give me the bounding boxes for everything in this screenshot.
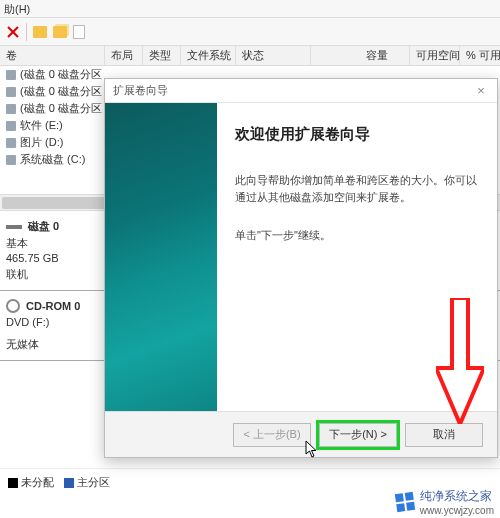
volume-label: (磁盘 0 磁盘分区 bbox=[20, 67, 102, 82]
toolbar bbox=[0, 18, 500, 46]
mouse-cursor-icon bbox=[305, 440, 319, 458]
next-button[interactable]: 下一步(N) > bbox=[319, 423, 397, 447]
dialog-title: 扩展卷向导 bbox=[113, 83, 168, 98]
legend-swatch-unallocated bbox=[8, 478, 18, 488]
watermark: 纯净系统之家 www.ycwjzy.com bbox=[396, 488, 494, 516]
wizard-side-graphic bbox=[105, 103, 217, 411]
legend-unallocated: 未分配 bbox=[21, 476, 54, 488]
col-percent[interactable]: % 可用 bbox=[460, 46, 500, 65]
menubar: 助(H) bbox=[0, 0, 500, 18]
dvd-icon bbox=[6, 299, 20, 313]
disk-icon bbox=[6, 225, 22, 229]
volume-icon bbox=[6, 104, 16, 114]
col-layout[interactable]: 布局 bbox=[105, 46, 143, 65]
col-capacity[interactable]: 容量 bbox=[360, 46, 410, 65]
delete-icon[interactable] bbox=[6, 25, 20, 39]
disk-title: CD-ROM 0 bbox=[26, 300, 80, 312]
col-status[interactable]: 状态 bbox=[236, 46, 311, 65]
wizard-heading: 欢迎使用扩展卷向导 bbox=[235, 125, 479, 144]
annotation-arrow-icon bbox=[436, 298, 484, 424]
toolbar-separator bbox=[26, 23, 27, 41]
dialog-titlebar[interactable]: 扩展卷向导 × bbox=[105, 79, 497, 103]
properties-icon[interactable] bbox=[73, 25, 85, 39]
wizard-instruction: 单击"下一步"继续。 bbox=[235, 227, 479, 244]
volume-label: 软件 (E:) bbox=[20, 118, 63, 133]
volume-label: 系统磁盘 (C:) bbox=[20, 152, 85, 167]
col-filesystem[interactable]: 文件系统 bbox=[181, 46, 236, 65]
folder-open-icon[interactable] bbox=[53, 26, 67, 38]
col-type[interactable]: 类型 bbox=[143, 46, 181, 65]
legend-swatch-primary bbox=[64, 478, 74, 488]
cancel-button[interactable]: 取消 bbox=[405, 423, 483, 447]
watermark-logo-icon bbox=[395, 492, 415, 512]
volume-icon bbox=[6, 70, 16, 80]
volume-label: 图片 (D:) bbox=[20, 135, 63, 150]
back-button: < 上一步(B) bbox=[233, 423, 311, 447]
menu-help[interactable]: 助(H) bbox=[4, 3, 30, 15]
volume-label: (磁盘 0 磁盘分区 bbox=[20, 101, 102, 116]
col-free[interactable]: 可用空间 bbox=[410, 46, 460, 65]
volume-label: (磁盘 0 磁盘分区 bbox=[20, 84, 102, 99]
volume-list-header: 卷 布局 类型 文件系统 状态 容量 可用空间 % 可用 bbox=[0, 46, 500, 66]
close-icon[interactable]: × bbox=[473, 83, 489, 99]
volume-icon bbox=[6, 121, 16, 131]
legend-primary: 主分区 bbox=[77, 476, 110, 488]
watermark-name: 纯净系统之家 bbox=[420, 488, 494, 505]
col-volume[interactable]: 卷 bbox=[0, 46, 105, 65]
folder-icon[interactable] bbox=[33, 26, 47, 38]
watermark-url: www.ycwjzy.com bbox=[420, 505, 494, 516]
volume-icon bbox=[6, 138, 16, 148]
volume-icon bbox=[6, 87, 16, 97]
volume-icon bbox=[6, 155, 16, 165]
wizard-description: 此向导帮助你增加简单卷和跨区卷的大小。你可以通过从其他磁盘添加空间来扩展卷。 bbox=[235, 172, 479, 205]
disk-title: 磁盘 0 bbox=[28, 219, 59, 234]
